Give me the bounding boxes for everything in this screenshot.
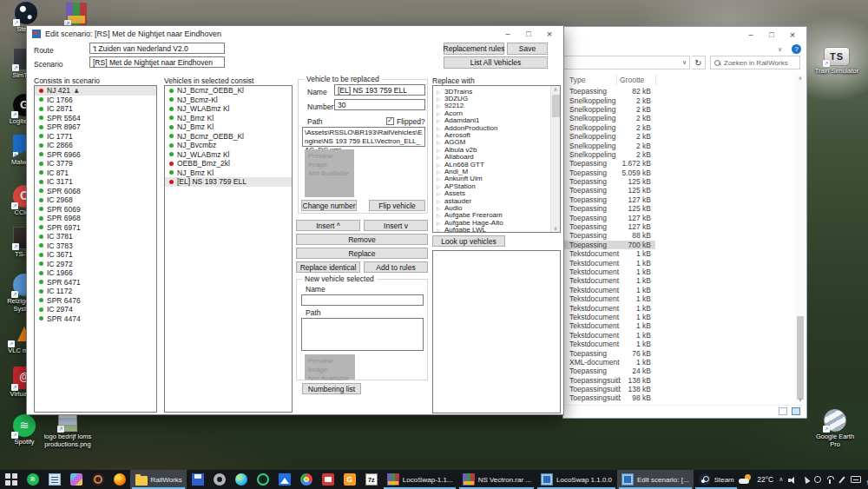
file-row[interactable]: Toepassing 82 kB <box>563 87 655 96</box>
file-row[interactable]: Toepassing 24 kB <box>563 367 655 375</box>
add-to-rules-button[interactable]: Add to rules <box>364 261 428 273</box>
minimize-icon[interactable] <box>497 27 518 41</box>
ns-vectron-taskbar-button[interactable]: NS Vectron.rar ... <box>457 470 536 489</box>
onedrive-icon[interactable] <box>814 476 821 483</box>
explorer-scrollbar[interactable] <box>795 75 806 403</box>
scroll-up-icon[interactable] <box>795 75 806 82</box>
file-row[interactable]: Tekstdocument 1 kB <box>563 249 655 258</box>
steam-taskbar-button[interactable]: Steam <box>694 470 739 489</box>
file-row[interactable]: Tekstdocument 1 kB <box>563 331 655 340</box>
hidden-icons-chevron-icon[interactable] <box>779 476 783 483</box>
explorer-search-input[interactable]: Zoeken in RailWorks <box>710 56 800 69</box>
consist-row[interactable]: IC 3781 ♟ <box>35 232 156 241</box>
consist-row[interactable]: IC 2871 ♟ <box>35 104 156 114</box>
file-row[interactable]: Toepassingsuitbrei... 138 kB <box>563 376 655 385</box>
file-row[interactable]: Snelkoppeling 2 kB <box>563 123 655 132</box>
consist-row[interactable]: IC 2968 ♟ <box>35 195 156 205</box>
consist-row[interactable]: IC 871 ♟ <box>35 169 156 178</box>
ribbon-chevron-icon[interactable] <box>778 46 782 53</box>
vehicle-row[interactable]: NJ_Bcmz-Kl <box>165 96 292 105</box>
replace-identical-button[interactable]: Replace identical <box>296 261 360 273</box>
file-row[interactable]: Toepassingsuitbrei... 98 kB <box>563 393 655 402</box>
number-input[interactable] <box>334 99 425 110</box>
insert-up-button[interactable]: Insert ^ <box>296 220 360 231</box>
file-row[interactable]: Toepassing 76 kB <box>563 348 655 357</box>
railworks-taskbar-button[interactable]: RailWorks <box>130 470 187 489</box>
file-row[interactable]: Snelkoppeling 2 kB <box>563 96 655 104</box>
replacement-rules-button[interactable]: Replacement rules <box>444 43 504 55</box>
new-vehicle-name-input[interactable] <box>301 294 424 306</box>
consist-row[interactable]: SPR 6476 ♟ <box>35 296 156 306</box>
numbering-list-button[interactable]: Numbering list <box>302 383 361 394</box>
consist-row[interactable]: IC 1766 ♟ <box>35 96 156 105</box>
file-row[interactable]: Snelkoppeling 2 kB <box>563 114 655 122</box>
dialog-titlebar[interactable]: Edit scenario: [RS] Met de Nightjet naar… <box>27 26 563 42</box>
consist-row[interactable]: IC 3779 ♟ <box>35 159 156 169</box>
firefox-taskbar-icon[interactable] <box>108 470 130 489</box>
logo-png-desktop-icon[interactable]: logo bedrijf loms productions.png <box>43 411 92 448</box>
scroll-down-icon[interactable] <box>551 225 560 232</box>
refresh-icon[interactable] <box>692 56 706 69</box>
start-button[interactable] <box>0 470 22 489</box>
maximize-icon[interactable] <box>518 27 539 41</box>
change-number-button[interactable]: Change number <box>301 200 357 211</box>
path-value[interactable]: \Assets\RSSLO\BR193\RailVehicles\Engine\… <box>302 127 425 147</box>
floppy-taskbar-icon[interactable] <box>187 470 208 489</box>
weather-icon[interactable] <box>739 474 752 485</box>
file-row[interactable]: Toepassing 125 kB <box>563 177 655 186</box>
consist-row[interactable]: SPR 6068 ♟ <box>35 187 156 196</box>
paint-taskbar-icon[interactable] <box>65 470 87 489</box>
vehicle-row[interactable]: NJ_Bvcmbz <box>165 141 292 150</box>
spotify-taskbar-icon[interactable] <box>22 470 43 489</box>
file-row[interactable]: Toepassing 125 kB <box>563 186 655 195</box>
flip-vehicle-button[interactable]: Flip vehicle <box>369 200 425 211</box>
file-row[interactable]: Tekstdocument 1 kB <box>563 268 655 276</box>
scenario-input[interactable] <box>89 56 225 68</box>
consist-row[interactable]: IC 3783 ♟ <box>35 241 156 251</box>
file-row[interactable]: Tekstdocument 1 kB <box>563 258 655 267</box>
file-row[interactable]: Toepassing 5.059 kB <box>563 169 655 177</box>
chevron-down-icon[interactable] <box>682 59 687 66</box>
file-row[interactable]: Tekstdocument 1 kB <box>563 294 655 303</box>
consist-row[interactable]: SPR 8967 ♟ <box>35 122 156 132</box>
consist-row[interactable]: IC 1966 ♟ <box>35 268 156 278</box>
route-input[interactable] <box>89 43 225 54</box>
train-simulator-desktop-icon[interactable]: Train Simulator <box>812 47 861 76</box>
consist-row[interactable]: SPR 6971 ♟ <box>35 223 156 233</box>
scroll-down-icon[interactable] <box>795 396 806 403</box>
spotify-desktop-icon[interactable]: Spotify <box>0 414 49 446</box>
vehicle-row[interactable]: NJ_Bmz Kl <box>165 169 292 178</box>
consist-row[interactable]: IC 3671 ♟ <box>35 250 156 260</box>
vehicle-row[interactable]: NJ_Bcmz_OEBB_Kl <box>165 86 292 96</box>
file-row[interactable]: Tekstdocument 1 kB <box>563 340 655 348</box>
scroll-up-icon[interactable] <box>551 86 560 93</box>
network-icon[interactable] <box>826 476 833 484</box>
volume-icon[interactable] <box>788 476 797 484</box>
google-earth-desktop-icon[interactable]: Google Earth Pro <box>811 409 859 448</box>
list-all-vehicles-button[interactable]: List All Vehicles <box>444 56 548 69</box>
new-vehicle-path-box[interactable] <box>301 318 424 351</box>
file-row[interactable]: Snelkoppeling 2 kB <box>563 105 655 114</box>
gray-app-taskbar-icon[interactable] <box>208 470 230 489</box>
vehicle-row[interactable]: OEBB_Bmz_2kl <box>165 159 292 169</box>
consist-row[interactable]: SPR 6966 ♟ <box>35 150 156 160</box>
vehicle-row[interactable]: NJ_Bmz Kl <box>165 122 292 132</box>
address-bar[interactable] <box>562 56 690 69</box>
details-view-icon[interactable] <box>792 407 800 415</box>
scrollbar-thumb[interactable] <box>797 316 804 400</box>
ccleaner-taskbar-icon[interactable] <box>87 470 108 489</box>
file-row[interactable]: Toepassingsuitbrei... 138 kB <box>563 385 655 393</box>
file-row[interactable]: Tekstdocument 1 kB <box>563 313 655 321</box>
temperature[interactable]: 22°C <box>757 475 773 484</box>
consist-row[interactable]: SPR 6069 ♟ <box>35 205 156 215</box>
pointer-icon[interactable] <box>802 476 809 484</box>
chrome-taskbar-icon[interactable] <box>295 470 317 489</box>
close-icon[interactable] <box>782 29 803 41</box>
tree-scrollbar[interactable] <box>550 86 560 232</box>
file-row[interactable]: Tekstdocument 1 kB <box>563 276 655 285</box>
file-row[interactable]: XML-document 1 kB <box>563 358 655 367</box>
look-up-vehicles-button[interactable]: Look up vehicles <box>432 235 505 247</box>
file-row[interactable]: Tekstdocument 1 kB <box>563 321 655 330</box>
vehicle-results-list[interactable] <box>432 250 561 413</box>
consist-row[interactable]: IC 1172 ♟ <box>35 287 156 296</box>
